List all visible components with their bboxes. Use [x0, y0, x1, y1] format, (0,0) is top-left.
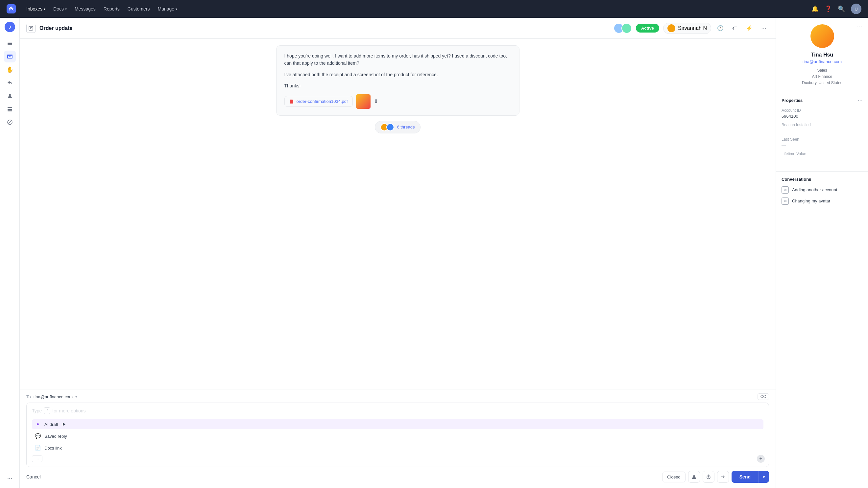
conversations-section: Conversations ✉ Adding another account ✉…	[776, 171, 868, 214]
svg-point-3	[9, 94, 11, 96]
assignee-name: Savannah N	[678, 25, 707, 31]
status-badge[interactable]: Active	[636, 24, 659, 33]
sidebar-avatar[interactable]: J	[5, 22, 15, 32]
thread-avatar-2	[386, 123, 394, 131]
cancel-button[interactable]: Cancel	[26, 474, 41, 480]
send-dropdown-button[interactable]: ▾	[758, 471, 769, 483]
reply-to-email: tina@artfinance.com	[34, 394, 73, 399]
lifetime-value: —	[781, 157, 863, 162]
ai-draft-label: AI draft	[44, 422, 58, 427]
sidebar-icon-reply[interactable]	[4, 77, 16, 89]
properties-section: Properties ⋯ Account ID 6964100 Beacon I…	[776, 92, 868, 171]
reply-to-row: To tina@artfinance.com ▾ CC	[26, 393, 769, 400]
svg-rect-6	[7, 110, 12, 111]
notification-icon[interactable]: 🔔	[811, 5, 819, 12]
account-id-row: Account ID 6964100	[781, 108, 863, 119]
add-attachment-button[interactable]: +	[757, 455, 765, 463]
message-paragraph-3: Thanks!	[284, 82, 511, 89]
properties-header: Properties ⋯	[781, 97, 863, 103]
nav-reports[interactable]: Reports	[103, 6, 120, 11]
contact-avatar	[810, 24, 834, 48]
nav-customers[interactable]: Customers	[128, 6, 150, 11]
contact-name: Tina Hsu	[811, 52, 833, 58]
reply-placeholder: Type / for more options	[32, 408, 764, 414]
cc-button[interactable]: CC	[757, 393, 769, 400]
last-seen-row: Last Seen —	[781, 137, 863, 148]
message-paragraph-2: I've attached both the receipt and a scr…	[284, 71, 511, 78]
send-button-group: Send ▾	[732, 471, 769, 483]
conversation-item-2[interactable]: ✉ Changing my avatar	[781, 197, 863, 205]
saved-reply-action[interactable]: 💬 Saved reply	[32, 431, 764, 441]
more-options-icon[interactable]: ⋯	[758, 23, 769, 34]
left-sidebar: J ✋ ···	[0, 18, 20, 488]
docs-link-action[interactable]: 📄 Docs link	[32, 443, 764, 453]
closed-button[interactable]: Closed	[662, 471, 685, 482]
conversation-panel: Order update Active Savannah N 🕐 🏷 ⚡ ⋯	[20, 18, 776, 488]
svg-rect-2	[7, 44, 12, 45]
conv-item-label-1: Adding another account	[792, 187, 837, 192]
assign-icon[interactable]	[688, 471, 700, 483]
avatar-background	[810, 24, 834, 48]
sidebar-icon-list[interactable]	[4, 103, 16, 115]
sidebar-icon-inbox[interactable]	[4, 51, 16, 62]
timer-icon[interactable]	[703, 471, 714, 483]
sidebar-icon-block[interactable]	[4, 116, 16, 128]
user-avatar[interactable]: U	[851, 4, 861, 14]
sidebar-icon-hand[interactable]: ✋	[4, 64, 16, 75]
last-seen-value: —	[781, 142, 863, 148]
nav-manage[interactable]: Manage ▾	[157, 6, 177, 11]
contact-location: Duxbury, United States	[802, 80, 842, 85]
beacon-row: Beacon Installed —	[781, 123, 863, 133]
more-options-button[interactable]: ···	[32, 455, 42, 462]
lifetime-label: Lifetime Value	[781, 152, 863, 156]
image-attachment[interactable]	[356, 94, 371, 109]
quick-actions: ✦ AI draft 💬 Saved reply 📄 Docs link	[32, 418, 764, 454]
properties-more-icon[interactable]: ⋯	[858, 97, 863, 103]
sidebar-icon-more[interactable]: ···	[4, 472, 16, 484]
lightning-icon[interactable]: ⚡	[744, 23, 754, 34]
lifetime-value-row: Lifetime Value —	[781, 152, 863, 162]
conversation-header: Order update Active Savannah N 🕐 🏷 ⚡ ⋯	[20, 18, 776, 39]
send-button[interactable]: Send	[732, 471, 758, 483]
svg-rect-12	[356, 94, 371, 109]
header-actions: Active Savannah N 🕐 🏷 ⚡ ⋯	[614, 23, 769, 34]
nav-docs[interactable]: Docs ▾	[53, 6, 67, 11]
conv-item-icon-1: ✉	[781, 186, 789, 194]
label-icon[interactable]: 🏷	[730, 23, 740, 34]
forward-icon[interactable]	[717, 471, 729, 483]
ai-draft-action[interactable]: ✦ AI draft	[32, 419, 764, 429]
contact-company: Art Finance	[812, 74, 832, 79]
contact-more-icon[interactable]: ⋯	[857, 23, 863, 30]
reply-area: To tina@artfinance.com ▾ CC Type / for m…	[20, 389, 776, 488]
messages-area: I hope you're doing well. I want to add …	[20, 39, 776, 389]
saved-reply-label: Saved reply	[44, 434, 67, 439]
pdf-attachment[interactable]: order-confirmation1034.pdf	[284, 96, 353, 107]
conversation-title: Order update	[39, 25, 614, 31]
help-icon[interactable]: ❓	[825, 5, 832, 12]
docs-link-icon: 📄	[34, 445, 41, 451]
contact-email[interactable]: tina@artfinance.com	[803, 59, 842, 64]
time-icon[interactable]: 🕐	[715, 23, 725, 34]
download-icon[interactable]: ⬇	[374, 98, 378, 104]
beacon-value: —	[781, 128, 863, 133]
docs-link-label: Docs link	[44, 446, 62, 451]
assignee-avatar	[668, 24, 675, 32]
assignee-badge[interactable]: Savannah N	[663, 23, 711, 34]
top-navigation: Inboxes ▾ Docs ▾ Messages Reports Custom…	[0, 0, 868, 18]
threads-pill[interactable]: 6 threads	[375, 121, 420, 133]
nav-inboxes[interactable]: Inboxes ▾	[26, 6, 45, 11]
message-text: I hope you're doing well. I want to add …	[284, 52, 511, 90]
ai-draft-icon: ✦	[34, 421, 41, 427]
search-icon[interactable]: 🔍	[838, 5, 845, 12]
account-id-label: Account ID	[781, 108, 863, 113]
beacon-label: Beacon Installed	[781, 123, 863, 127]
reply-to-label: To	[26, 394, 31, 399]
sidebar-icon-menu[interactable]	[4, 37, 16, 49]
last-seen-label: Last Seen	[781, 137, 863, 142]
svg-rect-9	[29, 26, 33, 30]
reply-input-box[interactable]: Type / for more options ✦ AI draft 💬 Sav…	[26, 402, 769, 467]
nav-messages[interactable]: Messages	[74, 6, 96, 11]
sidebar-icon-contact[interactable]	[4, 90, 16, 102]
reply-dropdown-icon[interactable]: ▾	[75, 395, 77, 399]
conversation-item-1[interactable]: ✉ Adding another account	[781, 186, 863, 194]
